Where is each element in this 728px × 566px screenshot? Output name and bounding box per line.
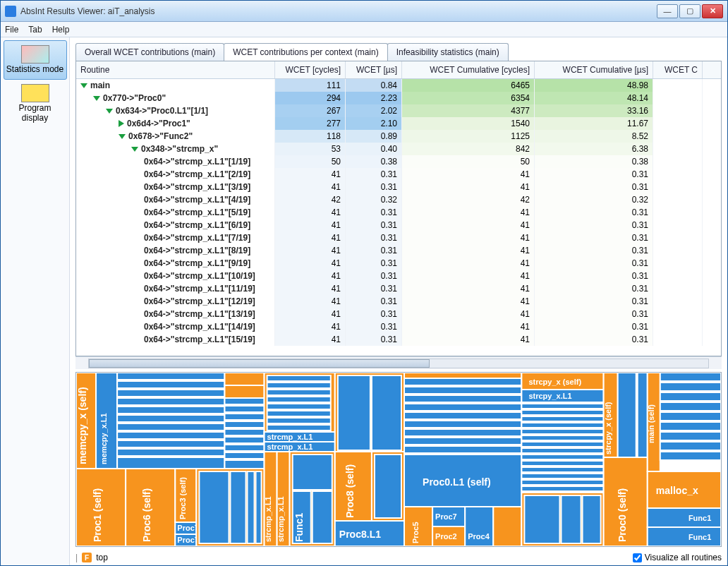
svg-rect-4 [117, 373, 224, 380]
table-row[interactable]: 0x64->"strcmp_x.L1"[10/19]410.31410.31 [76, 270, 721, 282]
svg-rect-46 [267, 404, 331, 409]
table-row[interactable]: 0x64->"strcmp_x.L1"[1/19]500.38500.38 [76, 155, 721, 168]
routine-name: 0x64->"strcmp_x.L1"[6/19] [144, 220, 250, 230]
col-wcet-us[interactable]: WCET [µs] [346, 61, 402, 78]
svg-rect-108 [521, 474, 603, 478]
svg-rect-101 [521, 429, 603, 434]
svg-rect-24 [224, 452, 264, 459]
visualize-checkbox-input[interactable] [633, 553, 642, 562]
table-row[interactable]: 0x678->"Func2"1180.8911258.52 [76, 130, 721, 143]
routine-name: main [90, 80, 110, 90]
svg-rect-78 [404, 421, 521, 428]
col-cum-us[interactable]: WCET Cumulative [µs] [535, 61, 653, 78]
svg-rect-79 [404, 429, 521, 436]
table-row[interactable]: 0x64->"strcmp_x.L1"[11/19]410.31410.31 [76, 282, 721, 295]
routine-name: 0x64->"strcmp_x.L1"[11/19] [144, 284, 255, 294]
expand-icon[interactable] [119, 134, 126, 139]
table-row[interactable]: 0x634->"Proc0.L1"[1/1]2672.02437733.16 [76, 104, 721, 117]
table-row[interactable]: main1110.84646548.98 [76, 79, 721, 92]
svg-rect-106 [521, 461, 603, 466]
svg-text:Proc3 (self): Proc3 (self) [178, 477, 187, 519]
scrollbar-thumb[interactable] [89, 359, 430, 368]
menu-file[interactable]: File [5, 25, 18, 35]
collapsed-icon[interactable] [119, 120, 124, 127]
close-button[interactable]: ✕ [702, 4, 723, 18]
svg-rect-69 [375, 454, 401, 518]
svg-rect-125 [660, 392, 721, 401]
sidebar-item-label: Program display [5, 104, 66, 124]
minimize-button[interactable]: — [657, 4, 678, 18]
sidebar-item-statistics-mode[interactable]: Statistics mode [4, 40, 67, 80]
svg-rect-39 [248, 471, 255, 543]
svg-text:Proc7: Proc7 [177, 524, 199, 532]
wcet-treemap[interactable]: memcpy_x (self) memcpy_x.L1 [75, 372, 722, 547]
svg-text:Proc5: Proc5 [411, 522, 420, 543]
col-wcet-cycles[interactable]: WCET [cycles] [275, 61, 346, 78]
routine-name: 0x678->"Func2" [128, 131, 193, 141]
svg-rect-130 [660, 442, 721, 450]
table-row[interactable]: 0x64->"strcmp_x.L1"[5/19]410.31410.31 [76, 206, 721, 219]
table-row[interactable]: 0x770->"Proc0"2942.23635448.14 [76, 92, 721, 104]
horizontal-scrollbar[interactable] [75, 356, 722, 369]
table-row[interactable]: 0x64->"strcmp_x.L1"[14/19]410.31410.31 [76, 320, 721, 333]
svg-rect-22 [224, 437, 264, 443]
expand-icon[interactable] [80, 83, 87, 88]
svg-rect-11 [117, 432, 224, 439]
svg-rect-20 [224, 421, 264, 428]
tab-infeasibility[interactable]: Infeasibility statistics (main) [387, 43, 509, 61]
svg-text:Proc6 (self): Proc6 (self) [141, 488, 152, 542]
svg-text:Proc0.L1 (self): Proc0.L1 (self) [423, 476, 491, 488]
svg-rect-44 [267, 390, 331, 395]
svg-rect-99 [521, 416, 603, 421]
svg-rect-123 [660, 373, 721, 381]
svg-rect-112 [524, 495, 559, 543]
svg-rect-5 [117, 381, 224, 388]
routine-name: 0x64->"strcmp_x.L1"[8/19] [144, 246, 250, 255]
menu-help[interactable]: Help [52, 25, 70, 35]
top-label[interactable]: top [96, 553, 108, 562]
menu-tab[interactable]: Tab [28, 25, 42, 35]
col-routine[interactable]: Routine [76, 61, 275, 78]
svg-rect-9 [117, 415, 224, 422]
svg-rect-110 [521, 486, 603, 491]
svg-text:strcpy_x.L1: strcpy_x.L1 [528, 392, 571, 400]
svg-rect-80 [404, 438, 521, 445]
sidebar-item-program-display[interactable]: Program display [4, 80, 67, 128]
col-overflow[interactable]: WCET C [653, 61, 703, 78]
svg-rect-7 [117, 398, 224, 405]
table-row[interactable]: 0x348->"strcmp_x"530.408426.38 [76, 143, 721, 155]
table-row[interactable]: 0x64->"strcmp_x.L1"[12/19]410.31410.31 [76, 295, 721, 308]
svg-rect-19 [224, 414, 264, 420]
expand-icon[interactable] [131, 147, 138, 152]
table-row[interactable]: 0x64->"strcmp_x.L1"[4/19]420.32420.32 [76, 193, 721, 206]
table-row[interactable]: 0x64->"strcmp_x.L1"[9/19]410.31410.31 [76, 257, 721, 270]
table-row[interactable]: 0x64->"strcmp_x.L1"[8/19]410.31410.31 [76, 244, 721, 257]
svg-rect-92 [493, 507, 521, 546]
svg-rect-126 [660, 402, 721, 411]
app-icon [5, 6, 16, 17]
routine-name: 0x348->"strcmp_x" [141, 144, 218, 154]
table-row[interactable]: 0x6d4->"Proc1"2772.10154011.67 [76, 117, 721, 130]
col-cum-cycles[interactable]: WCET Cumulative [cycles] [402, 61, 535, 78]
routine-name: 0x64->"strcmp_x.L1"[7/19] [144, 233, 250, 243]
table-row[interactable]: 0x64->"strcmp_x.L1"[13/19]410.31410.31 [76, 308, 721, 320]
table-row[interactable]: 0x64->"strcmp_x.L1"[2/19]410.31410.31 [76, 168, 721, 181]
tab-wcet-per-context[interactable]: WCET contributions per context (main) [224, 43, 388, 61]
table-row[interactable]: 0x64->"strcmp_x.L1"[6/19]410.31410.31 [76, 219, 721, 231]
svg-text:Func1: Func1 [688, 533, 711, 541]
svg-rect-100 [521, 423, 603, 428]
table-row[interactable]: 0x64->"strcmp_x.L1"[15/19]410.31410.31 [76, 333, 721, 346]
folder-icon: F [82, 553, 92, 562]
tab-overall-wcet[interactable]: Overall WCET contributions (main) [75, 43, 224, 61]
table-body[interactable]: main1110.84646548.980x770->"Proc0"2942.2… [76, 79, 721, 356]
svg-rect-102 [521, 435, 603, 440]
titlebar[interactable]: AbsInt Results Viewer: aiT_analysis — ▢ … [1, 1, 727, 22]
svg-text:Proc7: Proc7 [435, 512, 457, 521]
table-row[interactable]: 0x64->"strcmp_x.L1"[7/19]410.31410.31 [76, 231, 721, 244]
maximize-button[interactable]: ▢ [679, 4, 700, 18]
visualize-checkbox[interactable]: Visualize all routines [633, 553, 722, 562]
expand-icon[interactable] [106, 109, 113, 114]
expand-icon[interactable] [93, 96, 100, 101]
table-row[interactable]: 0x64->"strcmp_x.L1"[3/19]410.31410.31 [76, 181, 721, 193]
routine-name: 0x770->"Proc0" [103, 93, 166, 103]
